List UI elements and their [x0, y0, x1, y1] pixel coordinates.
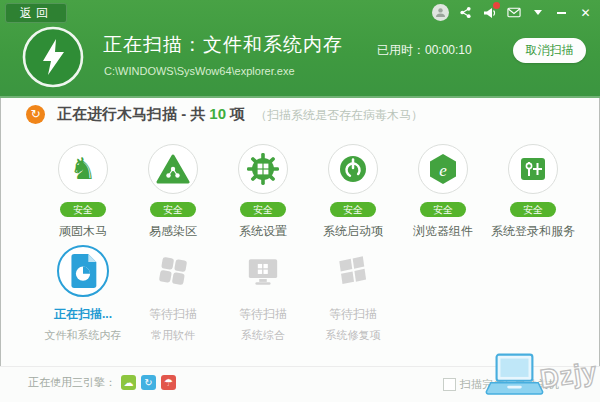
item-label: 顽固木马 [38, 223, 128, 240]
scanning-ring [57, 245, 109, 297]
scan-item-browser[interactable]: e 安全 浏览器组件 [398, 144, 488, 240]
current-file-path: C:\WINDOWS\SysWow64\explorer.exe [104, 65, 295, 77]
share-icon[interactable] [458, 5, 473, 20]
scan-item-stubborn-trojan[interactable]: ♞ 安全 顽固木马 [38, 144, 128, 240]
item-status-text: 等待扫描 [128, 306, 218, 323]
knight-icon: ♞ [70, 154, 97, 184]
document-pie-icon [67, 252, 99, 290]
section-hint: （扫描系统是否存在病毒木马） [255, 107, 423, 124]
item-ring: e [418, 144, 468, 194]
engines-status: 正在使用三引擎： ☁ ↻ ☂ [28, 375, 176, 390]
item-ring: ♞ [58, 144, 108, 194]
elapsed-time: 已用时：00:00:10 [377, 42, 472, 59]
waiting-icon-box [308, 245, 398, 297]
scan-item-system-repair[interactable]: 等待扫描 系统修复项 [308, 245, 398, 343]
item-label: 系统综合 [218, 328, 308, 343]
item-status-text: 正在扫描... [38, 306, 128, 323]
section-title: 正在进行木马扫描 - 共 10 项 （扫描系统是否存在病毒木马） [57, 105, 423, 124]
scan-progress-icon: ↻ [26, 105, 45, 124]
item-ring [238, 144, 288, 194]
section-title-suffix: 项 [230, 105, 245, 124]
user-avatar-icon[interactable] [432, 4, 449, 21]
login-services-icon [516, 152, 550, 186]
cancel-scan-button[interactable]: 取消扫描 [513, 38, 586, 63]
close-button[interactable]: ✕ [578, 5, 593, 20]
scan-item-file-memory[interactable]: 正在扫描... 文件和系统内存 [38, 245, 128, 343]
laptop-icon [484, 352, 544, 402]
item-ring [148, 144, 198, 194]
status-badge: 安全 [510, 202, 556, 217]
notification-horn-icon[interactable] [482, 5, 497, 20]
cloud-engine-icon: ☁ [121, 375, 136, 390]
item-label: 浏览器组件 [398, 223, 488, 240]
status-badge: 安全 [240, 202, 286, 217]
item-ring [328, 144, 378, 194]
header-banner: 返回 [0, 0, 600, 98]
scan-item-infection-area[interactable]: 安全 易感染区 [128, 144, 218, 240]
item-status-text: 等待扫描 [218, 306, 308, 323]
gear-windows-icon [246, 152, 280, 186]
scan-item-system-overall[interactable]: 等待扫描 系统综合 [218, 245, 308, 343]
item-ring [508, 144, 558, 194]
shutdown-checkbox[interactable] [443, 378, 456, 391]
status-badge: 安全 [60, 202, 106, 217]
person-glyph [435, 7, 446, 18]
avira-engine-icon: ☂ [161, 375, 176, 390]
monitor-windows-icon [246, 256, 280, 287]
scan-item-startup[interactable]: 安全 系统启动项 [308, 144, 398, 240]
waiting-icon-box [218, 245, 308, 297]
lightning-scan-icon [22, 26, 84, 88]
scan-item-common-software[interactable]: 等待扫描 常用软件 [128, 245, 218, 343]
item-label: 系统启动项 [308, 223, 398, 240]
item-status-text: 等待扫描 [308, 306, 398, 323]
item-label: 易感染区 [128, 223, 218, 240]
minimize-button[interactable] [554, 5, 569, 20]
engines-label: 正在使用三引擎： [28, 375, 116, 390]
feedback-mail-icon[interactable] [506, 5, 521, 20]
windows-flag-icon [337, 255, 369, 287]
apps-grid-icon [157, 255, 189, 287]
qvm-engine-icon: ↻ [141, 375, 156, 390]
main-menu-icon[interactable] [530, 5, 545, 20]
status-badge: 安全 [150, 202, 196, 217]
item-label: 系统登录和服务 [488, 223, 578, 240]
svg-text:e: e [439, 161, 447, 180]
item-label: 系统修复项 [308, 328, 398, 343]
triangle-molecule-icon [156, 154, 190, 184]
waiting-icon-box [128, 245, 218, 297]
scan-pending-row: 正在扫描... 文件和系统内存 等待扫描 常用软件 [38, 245, 398, 343]
item-label: 系统设置 [218, 223, 308, 240]
section-title-prefix: 正在进行木马扫描 - 共 [57, 105, 205, 124]
item-label: 常用软件 [128, 328, 218, 343]
scan-item-system-settings[interactable]: 安全 系统设置 [218, 144, 308, 240]
scan-item-count: 10 [209, 105, 226, 122]
scan-results-row: ♞ 安全 顽固木马 安全 易感染区 [38, 144, 578, 240]
status-badge: 安全 [330, 202, 376, 217]
ie-browser-icon: e [426, 152, 460, 186]
notification-badge [493, 2, 500, 9]
titlebar-controls: ✕ [432, 4, 593, 21]
scan-section-header: ↻ 正在进行木马扫描 - 共 10 项 （扫描系统是否存在病毒木马） [26, 105, 423, 124]
item-label: 文件和系统内存 [38, 328, 128, 343]
scan-item-login-services[interactable]: 安全 系统登录和服务 [488, 144, 578, 240]
status-badge: 安全 [420, 202, 466, 217]
power-icon [336, 152, 370, 186]
back-button[interactable]: 返回 [5, 3, 67, 23]
antivirus-scan-window: 返回 [0, 0, 600, 402]
scan-status-title: 正在扫描：文件和系统内存 [103, 32, 343, 58]
